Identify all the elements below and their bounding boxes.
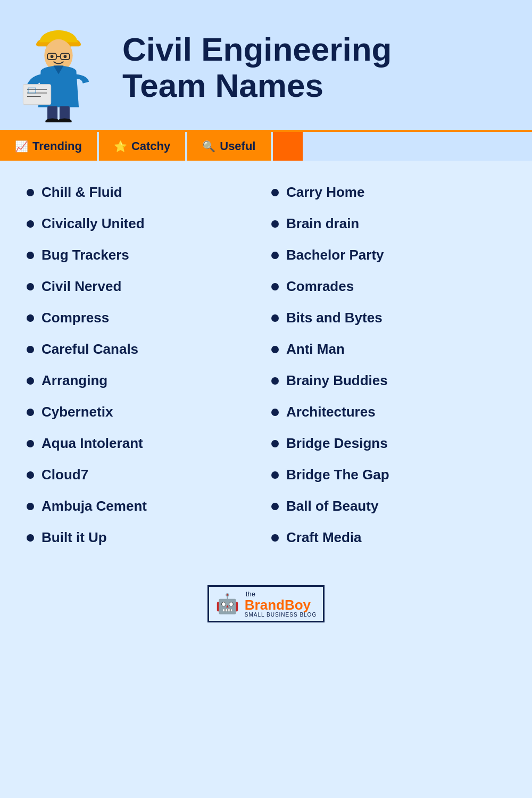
item-text: Cloud7 (41, 467, 88, 483)
bullet-icon (271, 220, 279, 228)
bullet-icon (271, 440, 279, 447)
right-list-item: Bits and Bytes (266, 302, 511, 334)
left-list-item: Bug Trackers (21, 239, 266, 271)
item-text: Bridge Designs (286, 435, 388, 452)
item-text: Architectures (286, 404, 376, 420)
tab-useful[interactable]: 🔍 Useful (187, 132, 270, 161)
item-text: Comrades (286, 278, 354, 295)
trending-icon: 📈 (15, 140, 28, 153)
tab-catchy[interactable]: ⭐ Catchy (99, 132, 185, 161)
left-list-item: Aqua Intolerant (21, 428, 266, 459)
bullet-icon (271, 189, 279, 196)
svg-point-7 (64, 55, 67, 58)
right-list-item: Anti Man (266, 334, 511, 365)
left-list-item: Chill & Fluid (21, 177, 266, 208)
bullet-icon (271, 534, 279, 542)
tab-useful-label: Useful (220, 139, 255, 153)
item-text: Civil Nerved (41, 278, 121, 295)
bullet-icon (271, 314, 279, 322)
tab-trending-label: Trending (32, 139, 82, 153)
bullet-icon (27, 283, 34, 290)
svg-rect-8 (23, 85, 51, 105)
bullet-icon (271, 283, 279, 290)
right-list-item: Comrades (266, 271, 511, 302)
bullet-icon (27, 409, 34, 416)
bullet-icon (27, 471, 34, 479)
right-list-item: Bridge The Gap (266, 459, 511, 491)
right-list-item: Craft Media (266, 522, 511, 553)
item-text: Built it Up (41, 529, 107, 546)
left-list-item: Compress (21, 302, 266, 334)
header-text: Civil Engineering Team Names (122, 31, 392, 104)
bullet-icon (271, 346, 279, 353)
bullet-icon (27, 534, 34, 542)
bullet-icon (271, 471, 279, 479)
left-list-item: Arranging (21, 365, 266, 396)
header-section: Civil Engineering Team Names (0, 0, 532, 130)
item-text: Carry Home (286, 184, 364, 201)
bullet-icon (27, 220, 34, 228)
item-text: Aqua Intolerant (41, 435, 143, 452)
tab-extra[interactable] (273, 132, 303, 161)
brand-name: BrandBoy (245, 598, 317, 612)
item-text: Bits and Bytes (286, 310, 383, 326)
left-list-item: Civically United (21, 208, 266, 239)
tab-trending[interactable]: 📈 Trending (0, 132, 97, 161)
bullet-icon (27, 189, 34, 196)
bullet-icon (27, 346, 34, 353)
right-list-item: Carry Home (266, 177, 511, 208)
item-text: Bachelor Party (286, 247, 384, 263)
brand-logo: 🤖 the BrandBoy SMALL BUSINESS BLOG (207, 585, 325, 622)
right-list-item: Ball of Beauty (266, 491, 511, 522)
right-list-item: Architectures (266, 396, 511, 428)
bullet-icon (271, 377, 279, 385)
svg-point-6 (51, 55, 54, 58)
tab-bar: 📈 Trending ⭐ Catchy 🔍 Useful (0, 130, 532, 161)
bullet-icon (271, 503, 279, 510)
item-text: Arranging (41, 372, 107, 389)
item-text: Brainy Buddies (286, 372, 388, 389)
item-text: Bridge The Gap (286, 467, 389, 483)
left-list-item: Civil Nerved (21, 271, 266, 302)
bullet-icon (271, 409, 279, 416)
right-list-item: Brain drain (266, 208, 511, 239)
item-text: Ball of Beauty (286, 498, 378, 514)
right-list-item: Brainy Buddies (266, 365, 511, 396)
right-list-item: Bachelor Party (266, 239, 511, 271)
left-list-item: Built it Up (21, 522, 266, 553)
page-title: Civil Engineering Team Names (122, 31, 392, 104)
bullet-icon (27, 377, 34, 385)
useful-icon: 🔍 (202, 140, 215, 153)
left-list-item: Cybernetix (21, 396, 266, 428)
item-text: Ambuja Cement (41, 498, 147, 514)
item-text: Anti Man (286, 341, 345, 358)
tab-catchy-label: Catchy (131, 139, 170, 153)
item-text: Craft Media (286, 529, 362, 546)
left-list-item: Ambuja Cement (21, 491, 266, 522)
item-text: Chill & Fluid (41, 184, 122, 201)
footer: 🤖 the BrandBoy SMALL BUSINESS BLOG (0, 575, 532, 638)
bullet-icon (27, 440, 34, 447)
brand-text: the BrandBoy SMALL BUSINESS BLOG (245, 590, 317, 618)
item-text: Civically United (41, 215, 145, 232)
bullet-icon (27, 503, 34, 510)
catchy-icon: ⭐ (114, 140, 127, 153)
brand-icon: 🤖 (215, 593, 239, 615)
main-content: Chill & FluidCivically UnitedBug Tracker… (0, 161, 532, 575)
left-list-item: Careful Canals (21, 334, 266, 365)
bullet-icon (27, 314, 34, 322)
item-text: Brain drain (286, 215, 359, 232)
item-text: Cybernetix (41, 404, 113, 420)
left-list-item: Cloud7 (21, 459, 266, 491)
item-text: Careful Canals (41, 341, 138, 358)
left-column: Chill & FluidCivically UnitedBug Tracker… (21, 177, 266, 553)
bullet-icon (271, 252, 279, 259)
engineer-illustration (11, 16, 117, 124)
item-text: Compress (41, 310, 109, 326)
bullet-icon (27, 252, 34, 259)
item-text: Bug Trackers (41, 247, 129, 263)
right-list-item: Bridge Designs (266, 428, 511, 459)
right-column: Carry HomeBrain drainBachelor PartyComra… (266, 177, 511, 553)
